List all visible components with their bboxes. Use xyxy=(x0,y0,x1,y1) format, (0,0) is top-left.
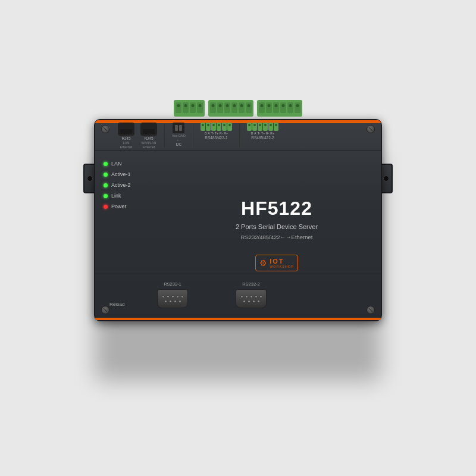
rj45-wan-label: RJ45 xyxy=(144,136,153,140)
screw-bottom-right xyxy=(367,306,375,314)
rs485-2-block xyxy=(247,123,278,131)
db9-2-label: RS232-2 xyxy=(242,281,260,287)
rs485-2-pin-t+ xyxy=(263,123,268,131)
terminal-block-mid xyxy=(208,100,253,117)
iot-logo: ⚙ IOT WORKSHOP xyxy=(255,255,298,271)
dc-pin-2 xyxy=(179,125,182,131)
db9-1-row-2 xyxy=(164,300,181,303)
db9-pin xyxy=(164,300,167,303)
dc-pins-label: Vcc GND xyxy=(172,134,186,137)
port-group-rj45-lan: RJ45 LAN Ethernet xyxy=(118,123,134,149)
terminal-pin xyxy=(197,102,203,113)
port-group-dc: Vcc GND + - DC xyxy=(172,123,186,146)
db9-pin xyxy=(174,300,177,303)
db9-pin xyxy=(245,295,248,298)
db9-pin xyxy=(169,300,172,303)
rs485-2-pin-t- xyxy=(258,123,262,131)
mount-hole-right xyxy=(383,176,389,181)
rj45-lan-label: RJ45 xyxy=(121,136,130,140)
workshop-text: WORKSHOP xyxy=(270,265,294,268)
db9-1-label: RS232-1 xyxy=(164,281,181,287)
rs485-1-pin-r+ xyxy=(227,123,232,131)
port-group-rs485-1: BAT-T+R-R+ RS485/422-1 xyxy=(201,123,232,140)
rs485-1-pin-b xyxy=(201,123,205,131)
rs485-2-pin-r+ xyxy=(274,123,278,131)
terminal-block-right xyxy=(257,100,302,117)
db9-pin xyxy=(178,300,181,303)
orange-line-bottom xyxy=(95,318,381,320)
db9-port-rs232-1: RS232-1 xyxy=(157,281,188,308)
db9-2-connector xyxy=(236,289,267,308)
db9-pin xyxy=(162,295,165,298)
dc-label: DC xyxy=(176,142,181,146)
terminal-pin xyxy=(224,102,230,113)
port-divider-1 xyxy=(164,124,165,148)
terminal-pin xyxy=(231,102,237,113)
db9-2-row-2 xyxy=(243,300,260,303)
led-link xyxy=(104,194,108,198)
terminal-pin xyxy=(287,102,293,113)
status-item-lan: LAN xyxy=(104,161,164,167)
status-item-active1: Active-1 xyxy=(104,171,164,177)
rs485-2-label: RS485/422-2 xyxy=(251,136,274,140)
led-power xyxy=(104,205,108,209)
db9-pin xyxy=(250,295,253,298)
reload-label: Reload xyxy=(109,302,124,307)
terminal-pin xyxy=(246,102,252,113)
rj45-lan-port xyxy=(118,123,134,135)
device-spec: RS232/485/422←→Ethernet xyxy=(241,234,313,240)
db9-pin xyxy=(248,300,250,303)
db9-port-rs232-2: RS232-2 xyxy=(236,281,267,308)
rj45-wan-connector xyxy=(140,123,157,136)
rs485-1-pin-labels: BAT-T+R-R+ xyxy=(205,131,228,135)
rj45-wan-port xyxy=(141,123,156,135)
dc-pins2-label: + - xyxy=(177,138,181,142)
db9-pin xyxy=(255,295,258,298)
device-model: HF5122 xyxy=(241,198,312,220)
top-panel: r h RJ45 LAN Ethernet RJ45 WAN/LAN Ether… xyxy=(95,120,381,151)
terminals-top xyxy=(174,100,302,117)
rj45-lan-sub: LAN xyxy=(123,141,130,145)
screw-top-right xyxy=(367,125,375,133)
rs485-1-label: RS485/422-1 xyxy=(205,136,227,140)
status-item-active2: Active-2 xyxy=(104,182,164,188)
status-label-active1: Active-1 xyxy=(111,171,131,177)
device-description: 2 Ports Serial Device Server xyxy=(236,223,318,230)
status-label-lan: LAN xyxy=(111,161,122,167)
db9-pin xyxy=(171,295,174,298)
port-divider-2 xyxy=(193,124,193,148)
terminal-pin xyxy=(295,102,300,113)
port-group-rs485-2: BAT-T+R-R+ RS485/422-2 xyxy=(247,123,278,140)
terminal-pin xyxy=(239,102,245,113)
mount-hole-left xyxy=(87,176,93,181)
status-label-active2: Active-2 xyxy=(111,182,131,188)
port-group-rj45-wan: RJ45 WAN/LAN Ethernet xyxy=(140,123,157,149)
rs485-1-pin-r- xyxy=(222,123,227,131)
device-wrapper: r h RJ45 LAN Ethernet RJ45 WAN/LAN Ether… xyxy=(83,83,393,393)
terminal-pin xyxy=(210,102,216,113)
terminal-pin xyxy=(273,102,279,113)
rs485-2-pin-b xyxy=(247,123,252,131)
dc-port xyxy=(173,123,184,133)
rs485-2-pin-r- xyxy=(268,123,273,131)
db9-pin xyxy=(167,295,170,298)
status-label-link: Link xyxy=(111,193,121,199)
rs485-1-pin-t+ xyxy=(217,123,221,131)
db9-pin xyxy=(252,300,255,303)
db9-2-row-1 xyxy=(240,295,262,298)
rs485-2-pin-labels: BAT-T+R-R+ xyxy=(251,131,274,135)
led-lan xyxy=(104,162,108,166)
status-item-power: Power xyxy=(104,203,164,209)
status-label-power: Power xyxy=(111,203,127,209)
port-divider-3 xyxy=(239,124,240,148)
terminal-block-left xyxy=(174,100,205,117)
rj45-wan-sub: WAN/LAN xyxy=(142,141,156,145)
rj45-wan-type: Ethernet xyxy=(143,145,155,149)
terminal-pin xyxy=(280,102,286,113)
rs485-1-block xyxy=(201,123,232,131)
db9-pin xyxy=(243,300,246,303)
rj45-lan-connector xyxy=(118,123,134,136)
db9-1-row-1 xyxy=(162,295,184,298)
terminal-pin xyxy=(176,102,181,113)
led-active2 xyxy=(104,183,108,187)
